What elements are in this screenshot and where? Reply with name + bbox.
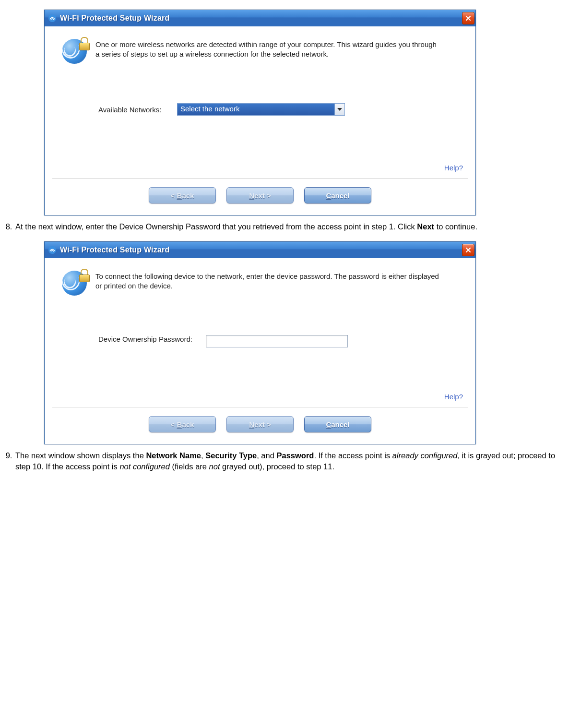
svg-point-0	[48, 14, 56, 22]
window-body: One or more wireless networks are detect…	[45, 26, 475, 215]
wizard-window-networks: Wi-Fi Protected Setup Wizard One or more…	[44, 10, 476, 215]
svg-point-1	[48, 246, 56, 254]
step-9: The next window shown displays the Netwo…	[14, 450, 566, 472]
device-password-input[interactable]	[206, 335, 348, 347]
dropdown-selected: Select the network	[178, 104, 334, 115]
close-icon	[465, 15, 471, 21]
app-icon	[47, 13, 57, 23]
available-networks-label: Available Networks:	[98, 106, 177, 114]
back-button[interactable]: < Back	[149, 187, 216, 203]
next-button[interactable]: Next >	[226, 187, 294, 203]
intro-text: One or more wireless networks are detect…	[95, 38, 441, 59]
intro-text: To connect the following device to the n…	[95, 270, 441, 291]
close-button[interactable]	[462, 12, 474, 24]
device-password-label: Device Ownership Password:	[98, 335, 206, 343]
wifi-lock-icon	[62, 270, 89, 297]
help-link[interactable]: Help?	[444, 393, 463, 401]
chevron-down-icon	[334, 104, 344, 115]
next-button[interactable]: Next >	[226, 416, 294, 432]
window-body: To connect the following device to the n…	[45, 258, 475, 444]
wifi-lock-icon	[62, 38, 89, 65]
cancel-button[interactable]: Cancel	[304, 187, 371, 203]
close-icon	[465, 247, 471, 253]
close-button[interactable]	[462, 244, 474, 256]
back-button[interactable]: < Back	[149, 416, 216, 432]
step-8: At the next window, enter the Device Own…	[14, 221, 566, 232]
titlebar: Wi-Fi Protected Setup Wizard	[45, 242, 475, 258]
available-networks-dropdown[interactable]: Select the network	[177, 103, 345, 116]
help-link[interactable]: Help?	[444, 164, 463, 172]
app-icon	[47, 245, 57, 255]
cancel-button[interactable]: Cancel	[304, 416, 371, 432]
wizard-window-password: Wi-Fi Protected Setup Wizard To connect …	[44, 241, 476, 444]
window-title: Wi-Fi Protected Setup Wizard	[60, 246, 169, 254]
window-title: Wi-Fi Protected Setup Wizard	[60, 14, 169, 23]
titlebar: Wi-Fi Protected Setup Wizard	[45, 10, 475, 26]
